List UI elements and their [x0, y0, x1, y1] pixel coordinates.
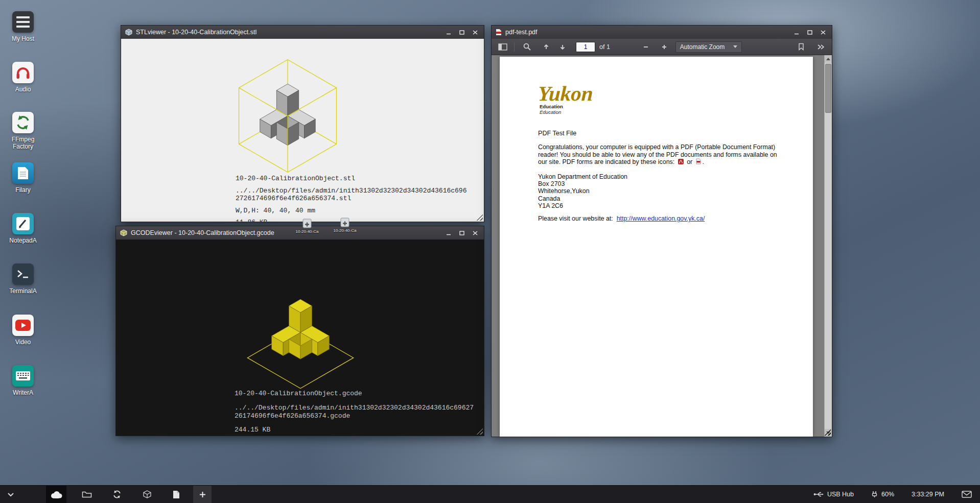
plus-icon[interactable]: [193, 486, 212, 503]
stl-filepath-line2: 2726174696f6e4f626a656374.stl: [236, 195, 466, 202]
clock: 3:33:29 PM: [912, 491, 944, 498]
stl-model-render: [235, 55, 341, 177]
pdf-scrollbar[interactable]: [824, 55, 832, 437]
page-count-label: of 1: [599, 43, 610, 51]
maximize-icon[interactable]: [805, 28, 814, 36]
envelope-icon[interactable]: [962, 491, 972, 498]
more-tools-icon[interactable]: [814, 41, 827, 53]
yukon-logo: Yukon Education Éducation: [538, 83, 593, 115]
minimize-icon[interactable]: [792, 28, 801, 36]
gcode-model-render: [243, 293, 358, 394]
page-up-icon[interactable]: [540, 41, 552, 53]
chevron-down-icon: [733, 45, 737, 48]
desktop-icon-label: WriterA: [3, 389, 43, 396]
maximize-icon[interactable]: [457, 229, 466, 237]
page-down-icon[interactable]: [556, 41, 569, 53]
document-heading: PDF Test File: [538, 130, 576, 137]
stl-dimensions: W,D,H: 40, 40, 40 mm: [236, 207, 466, 214]
refresh-icon[interactable]: [112, 486, 122, 503]
icons-separator-text: or: [687, 158, 692, 165]
close-icon[interactable]: [471, 229, 480, 237]
website-link[interactable]: http://www.education.gov.yk.ca/: [617, 215, 705, 222]
desktop-icon-label: Audio: [3, 86, 43, 93]
desktop-icon-audio[interactable]: Audio: [3, 62, 43, 93]
stl-file-info: 10-20-40-CalibrationObject.stl ../../Des…: [236, 175, 466, 222]
usb-icon: [813, 491, 824, 497]
bookmark-icon[interactable]: [795, 41, 807, 53]
chevron-down-icon[interactable]: [7, 486, 14, 503]
cloud-icon[interactable]: [46, 486, 66, 503]
body-line-end: .: [703, 158, 704, 165]
filary-icon: [12, 162, 34, 184]
taskbar: USB Hub 60% 3:33:29 PM: [0, 485, 980, 503]
usb-tray-item[interactable]: USB Hub: [813, 491, 854, 498]
visit-label: Please visit our website at:: [538, 215, 613, 222]
resize-grip[interactable]: [475, 213, 483, 221]
folder-icon[interactable]: [82, 486, 92, 503]
pdf-app-icon: [496, 29, 502, 36]
desktop-icon-filary[interactable]: Filary: [3, 162, 43, 194]
ffmpeg-icon: [12, 112, 34, 133]
body-line: reader! You should be able to view any o…: [538, 151, 777, 159]
desktop-icon-writera[interactable]: WriterA: [3, 365, 43, 396]
desktop-file-stl[interactable]: 10-20-40-Ca: [292, 219, 322, 234]
body-line-text: our site. PDF forms are indicated by the…: [538, 158, 674, 165]
desktop-icon-notepada[interactable]: NotepadA: [3, 213, 43, 244]
pdf-window-titlebar[interactable]: pdf-test.pdf: [492, 26, 832, 39]
file-icon: [302, 219, 312, 229]
host-icon: [12, 11, 34, 33]
battery-tray-item[interactable]: 60%: [871, 491, 894, 498]
desktop-icon-terminala[interactable]: TerminalA: [3, 264, 43, 295]
gcode-viewer-window: GCODEviewer - 10-20-40-CalibrationObject…: [115, 226, 484, 436]
stl-app-icon: [125, 29, 132, 36]
stl-3d-viewport[interactable]: 10-20-40-CalibrationObject.stl ../../Des…: [121, 39, 484, 222]
stl-window-titlebar[interactable]: STLviewer - 10-20-40-CalibrationObject.s…: [121, 26, 484, 39]
desktop-icon-video[interactable]: Video: [3, 315, 43, 346]
pdf-toolbar: of 1 Automatic Zoom: [492, 39, 832, 55]
minimize-icon[interactable]: [444, 28, 453, 36]
writer-icon: [12, 365, 34, 387]
gcode-file-info: 10-20-40-CalibrationObject.gcode ../../D…: [235, 390, 474, 434]
visit-line: Please visit our website at:http://www.e…: [538, 215, 705, 222]
zoom-select[interactable]: Automatic Zoom: [675, 41, 742, 53]
battery-level: 60%: [881, 491, 894, 498]
resize-grip[interactable]: [475, 427, 483, 435]
desktop-icon-label: NotepadA: [3, 237, 43, 244]
maximize-icon[interactable]: [457, 28, 466, 36]
pdf-viewer-window: pdf-test.pdf of 1 Automatic Zoom: [491, 25, 832, 437]
desktop-icon-label: My Host: [3, 35, 43, 42]
gcode-3d-viewport[interactable]: 10-20-40-CalibrationObject.gcode ../../D…: [116, 239, 484, 436]
body-line: our site. PDF forms are indicated by the…: [538, 158, 777, 166]
stl-viewer-window: STLviewer - 10-20-40-CalibrationObject.s…: [121, 25, 484, 222]
file-label: 10-20-40-Ca: [292, 229, 322, 234]
address-line: Canada: [538, 195, 627, 202]
cube-icon[interactable]: [143, 486, 151, 503]
toolbar-separator: [514, 42, 515, 52]
gcode-filesize: 244.15 KB: [235, 426, 474, 434]
desktop-icon-ffmpeg-factory[interactable]: FFmpeg Factory: [3, 112, 43, 150]
stl-filename: 10-20-40-CalibrationObject.stl: [236, 175, 466, 182]
zoom-out-icon[interactable]: [640, 41, 652, 53]
close-icon[interactable]: [819, 28, 828, 36]
usb-label: USB Hub: [827, 491, 854, 498]
notepad-icon: [12, 213, 34, 234]
terminal-icon: [12, 264, 34, 285]
page-number-input[interactable]: [576, 42, 595, 52]
desktop-icon-my-host[interactable]: My Host: [3, 11, 43, 42]
stl-window-title: STLviewer - 10-20-40-CalibrationObject.s…: [136, 29, 256, 36]
desktop-file-gcode[interactable]: 10-20-40-Ca: [330, 218, 360, 233]
search-icon[interactable]: [521, 41, 533, 53]
address-line: Yukon Department of Education: [538, 173, 627, 180]
audio-icon: [12, 62, 34, 83]
gcode-filepath-line2: 26174696f6e4f626a656374.gcode: [235, 412, 474, 420]
scroll-up-icon[interactable]: [825, 55, 832, 63]
minimize-icon[interactable]: [444, 229, 453, 237]
scrollbar-thumb[interactable]: [825, 64, 831, 113]
video-icon: [12, 315, 34, 336]
pdf-document-icon[interactable]: [173, 486, 180, 503]
sidebar-toggle-icon[interactable]: [497, 41, 509, 53]
document-body: Congratulations, your computer is equipp…: [538, 143, 777, 166]
pdf-page: Yukon Education Éducation PDF Test File …: [500, 57, 813, 437]
zoom-in-icon[interactable]: [658, 41, 670, 53]
close-icon[interactable]: [471, 28, 480, 36]
